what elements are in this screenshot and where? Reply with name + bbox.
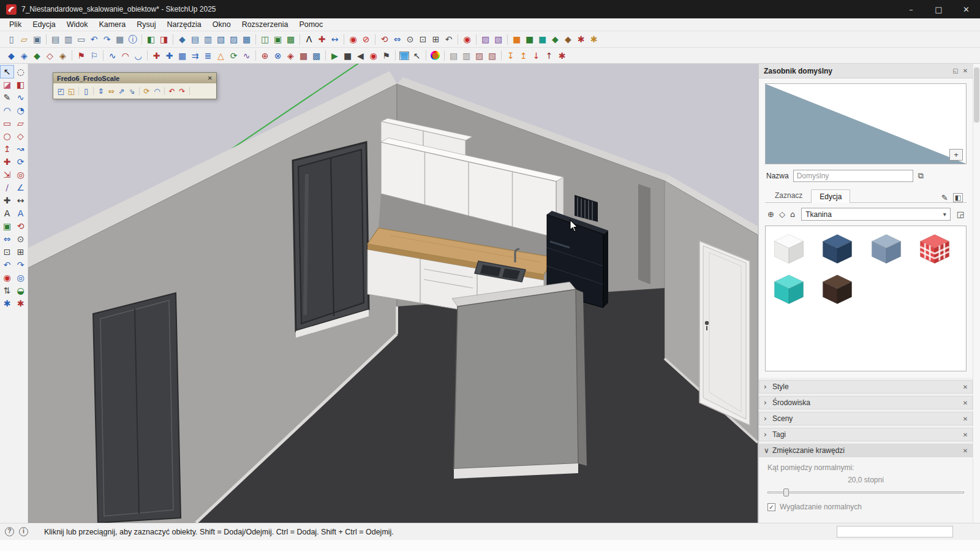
pan-tool-icon[interactable]: ⇔	[1, 233, 13, 245]
position-camera-button[interactable]: ◉	[461, 33, 473, 45]
upload-button[interactable]: ↑	[543, 50, 556, 62]
section-plane-tool-icon[interactable]: ▣	[1, 220, 13, 232]
section-fill-button[interactable]: ▩	[284, 33, 297, 45]
flag-red-button[interactable]: ⚑	[75, 50, 88, 62]
paste-button[interactable]: ▥	[62, 33, 75, 45]
material-swatch-dark-blue[interactable]	[818, 230, 856, 267]
3d-text-tool-icon[interactable]: A	[14, 207, 27, 219]
freehand-curve-button[interactable]: ∿	[106, 50, 119, 62]
trim-button[interactable]: ◈	[56, 50, 69, 62]
tray-section-bar[interactable]: › Style ✕	[759, 380, 973, 393]
tab-edycja[interactable]: Edycja	[811, 189, 850, 203]
menu-item[interactable]: Rysuj	[131, 20, 161, 29]
menu-item[interactable]: Widok	[61, 20, 94, 29]
circle-tool-icon[interactable]: ○	[1, 130, 13, 142]
grid-tool-button[interactable]: ▦	[176, 50, 189, 62]
section-plane-button[interactable]: ◫	[258, 33, 271, 45]
subtract-button[interactable]: ◇	[43, 50, 56, 62]
menu-item[interactable]: Plik	[4, 20, 27, 29]
top-view-button[interactable]: ▤	[189, 33, 202, 45]
tools-button[interactable]: ◆	[562, 33, 575, 45]
menu-item[interactable]: Pomoc	[293, 20, 328, 29]
menu-item[interactable]: Narzędzia	[161, 20, 206, 29]
orbit-tool-icon[interactable]: ⟲	[14, 220, 27, 232]
spiral-button[interactable]: ∿	[240, 50, 253, 62]
hatch-horizontal-button[interactable]: ▤	[447, 50, 460, 62]
look-around-tool-icon[interactable]: ◎	[14, 272, 27, 284]
dimension-tool-icon[interactable]: ↔	[14, 194, 27, 207]
zoom-tool-icon[interactable]: ⊙	[14, 233, 27, 245]
align-button[interactable]: ≣	[202, 50, 214, 62]
save-button[interactable]: ▣	[31, 33, 43, 45]
move-tool-icon[interactable]: ✚	[1, 156, 13, 168]
outer-shell-button[interactable]: ◆	[5, 50, 18, 62]
tray-scrollbar[interactable]	[973, 64, 980, 523]
text-tool-icon[interactable]: A	[1, 207, 13, 219]
menu-item[interactable]: Okno	[207, 20, 236, 29]
back-view-button[interactable]: ▨	[227, 33, 240, 45]
drape-button[interactable]: ▩	[310, 50, 323, 62]
info-icon[interactable]: i	[19, 527, 28, 536]
loop-button[interactable]: ⟳	[227, 50, 240, 62]
zoom-extents-tool-icon[interactable]: ⊞	[14, 246, 27, 258]
fs-undo-icon[interactable]: ↶	[167, 85, 177, 97]
materials-button[interactable]: ■	[536, 33, 549, 45]
fs-scale-icon[interactable]: ◰	[56, 85, 66, 97]
play-animation-button[interactable]: ▶	[328, 50, 341, 62]
flag-blue-button[interactable]: ⚐	[88, 50, 100, 62]
make-component-button[interactable]: ◧	[145, 33, 157, 45]
rotate-tool-icon[interactable]: ⟳	[14, 156, 27, 168]
zoom-button[interactable]: ⊙	[404, 33, 417, 45]
fs-diag-down-icon[interactable]: ⇘	[127, 85, 137, 97]
smoove-button[interactable]: ◈	[284, 50, 297, 62]
previous-view-tool-icon[interactable]: ↶	[1, 259, 13, 271]
axes-tool-icon[interactable]: ✚	[1, 194, 13, 207]
arc-tool-icon[interactable]: ◠	[1, 104, 13, 116]
protractor-tool-icon[interactable]: ∠	[14, 181, 27, 194]
print-button[interactable]: ▦	[113, 33, 126, 45]
redo-button[interactable]: ↷	[100, 33, 113, 45]
slider-thumb[interactable]	[783, 488, 789, 496]
geolocation-icon[interactable]: ?	[5, 527, 14, 536]
match-photo-button[interactable]: ▧	[492, 33, 505, 45]
outer-gear-tool-icon[interactable]: ✱	[1, 297, 13, 310]
material-swatch-steel-blue[interactable]	[867, 230, 905, 267]
no-entry-button[interactable]: ⊘	[360, 33, 372, 45]
zoom-previous-button[interactable]: ↶	[442, 33, 455, 45]
position-camera-tool-icon[interactable]: ◉	[1, 272, 13, 284]
home-icon[interactable]: ⌂	[790, 210, 795, 219]
polygon-tool-icon[interactable]: ◇	[14, 130, 27, 142]
material-swatch-teal[interactable]	[770, 271, 808, 308]
preferences-button[interactable]: ✱	[587, 33, 600, 45]
push-pull-tool-icon[interactable]: ↥	[1, 143, 13, 155]
section-close-icon[interactable]: ✕	[963, 447, 968, 454]
components-button[interactable]: ■	[523, 33, 536, 45]
fs-bend-icon[interactable]: ◠	[152, 85, 162, 97]
export-up-button[interactable]: ↥	[517, 50, 530, 62]
fs-leftright-icon[interactable]: ⇔	[106, 85, 116, 97]
select-tool-icon[interactable]: ↖	[1, 66, 13, 78]
close-button[interactable]: ✕	[952, 0, 980, 18]
intersect-button[interactable]: ◈	[18, 50, 31, 62]
zoom-window-tool-icon[interactable]: ⊡	[1, 246, 13, 258]
rotated-rectangle-tool-icon[interactable]: ▱	[14, 117, 27, 129]
gear-button[interactable]: ✱	[556, 50, 568, 62]
menu-item[interactable]: Kamera	[93, 20, 131, 29]
fredoscale-title-bar[interactable]: Fredo6_FredoScale ✕	[53, 73, 216, 83]
menu-item[interactable]: Rozszerzenia	[236, 20, 294, 29]
text-tool-button[interactable]: Λ	[303, 33, 315, 45]
lasso-tool-icon[interactable]: ◌	[14, 66, 27, 78]
tab-zaznacz[interactable]: Zaznacz	[766, 189, 811, 202]
right-view-button[interactable]: ▧	[214, 33, 227, 45]
model-info-button[interactable]: ⓘ	[126, 33, 139, 45]
line-tool-icon[interactable]: ✎	[1, 91, 13, 104]
stamp-button[interactable]: ▦	[297, 50, 310, 62]
fs-updown-icon[interactable]: ⇕	[96, 85, 106, 97]
stop-animation-button[interactable]: ■	[341, 50, 354, 62]
cone-marker-button[interactable]: △	[214, 50, 227, 62]
browse-icon[interactable]: ◇	[779, 210, 785, 219]
freehand-tool-icon[interactable]: ∿	[14, 91, 27, 104]
fs-twist-icon[interactable]: ⟳	[141, 85, 152, 97]
download-button[interactable]: ↓	[530, 50, 543, 62]
tray-section-bar[interactable]: › Tagi ✕	[759, 428, 973, 441]
